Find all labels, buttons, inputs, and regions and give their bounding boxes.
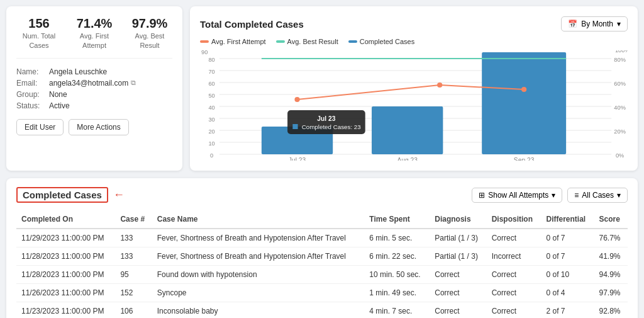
status-label: Status: [16,101,49,110]
svg-rect-36 [292,124,297,129]
col-diagnosis: Diagnosis [430,210,486,229]
chart-header: Total Completed Cases 📅 By Month ▾ [200,16,628,31]
chart-area: 0 10 20 30 40 50 60 70 80 90 0% 20% 40% … [200,50,628,161]
show-attempts-button[interactable]: ⊞ Show All Attempts ▾ [472,188,562,203]
chevron-cases-icon: ▾ [617,191,621,200]
table-row: 11/28/2023 11:00:00 PM95Found down with … [16,266,628,284]
user-name-row: Name: Angela Leuschke [16,67,172,76]
bottom-section: Completed Cases ← ⊞ Show All Attempts ▾ … [6,178,638,318]
user-actions: Edit User More Actions [16,119,172,135]
group-label: Group: [16,90,49,99]
chevron-down-icon: ▾ [617,20,621,28]
bottom-actions: ⊞ Show All Attempts ▾ ≡ All Cases ▾ [472,188,628,203]
bottom-header: Completed Cases ← ⊞ Show All Attempts ▾ … [16,187,628,203]
calendar-icon: 📅 [568,20,577,28]
arrow-icon: ← [113,188,125,202]
legend-completed-cases-label: Completed Cases [360,38,414,45]
svg-point-28 [294,97,299,102]
svg-text:Completed Cases: 23: Completed Cases: 23 [302,123,361,130]
legend-best-result: Avg. Best Result [276,38,338,45]
table-header-row: Completed On Case # Case Name Time Spent… [16,210,628,229]
col-score: Score [594,210,628,229]
col-differential: Differential [541,210,594,229]
stat-total-cases-value: 156 [16,16,62,31]
table-row: 11/23/2023 11:00:00 PM106Inconsolable ba… [16,302,628,319]
svg-text:20: 20 [208,128,214,135]
svg-text:0: 0 [210,152,213,159]
svg-rect-34 [287,110,365,134]
email-value: angela34@hotmail.com [49,79,128,88]
svg-text:80%: 80% [614,57,626,63]
svg-text:60%: 60% [614,81,626,87]
table-row: 11/28/2023 11:00:00 PM133Fever, Shortnes… [16,247,628,266]
chart-svg: 0 10 20 30 40 50 60 70 80 90 0% 20% 40% … [200,50,628,161]
col-case-num: Case # [115,210,152,229]
legend-first-attempt-label: Avg. First Attempt [211,38,266,45]
svg-text:40%: 40% [614,105,626,111]
stat-best-result-value: 97.9% [127,16,172,31]
user-group-row: Group: None [16,90,172,99]
stats-row: 156 Num. TotalCases 71.4% Avg. FirstAtte… [16,16,172,59]
svg-text:Jul 23: Jul 23 [317,115,336,122]
more-actions-button[interactable]: More Actions [69,119,128,135]
email-value-container: angela34@hotmail.com ⧉ [49,79,136,88]
all-cases-label: All Cases [582,191,614,200]
edit-user-button[interactable]: Edit User [16,119,64,135]
stat-first-attempt-value: 71.4% [72,16,117,31]
status-value: Active [49,101,70,110]
svg-text:90: 90 [201,50,208,55]
stat-total-cases-label: Num. TotalCases [23,32,55,49]
svg-rect-27 [482,52,566,154]
email-label: Email: [16,79,49,88]
user-card: 156 Num. TotalCases 71.4% Avg. FirstAtte… [6,6,182,171]
show-attempts-label: Show All Attempts [488,191,548,200]
legend-first-attempt: Avg. First Attempt [200,38,266,45]
by-month-button[interactable]: 📅 By Month ▾ [561,16,628,31]
copy-icon[interactable]: ⧉ [131,79,136,87]
svg-text:10: 10 [208,140,214,147]
user-status-row: Status: Active [16,101,172,110]
stat-first-attempt-label: Avg. FirstAttempt [80,32,109,49]
filter-icon: ≡ [574,191,579,200]
svg-text:0%: 0% [616,152,624,159]
chart-legend: Avg. First Attempt Avg. Best Result Comp… [200,38,628,45]
legend-dot-teal [276,40,285,43]
name-label: Name: [16,67,49,76]
svg-text:Jul 23: Jul 23 [289,157,306,161]
user-info: Name: Angela Leuschke Email: angela34@ho… [16,67,172,110]
legend-best-result-label: Avg. Best Result [287,38,338,45]
svg-text:Aug 23: Aug 23 [397,157,418,161]
col-time-spent: Time Spent [364,210,430,229]
svg-text:30: 30 [208,116,214,123]
table-header: Completed On Case # Case Name Time Spent… [16,210,628,229]
all-cases-button[interactable]: ≡ All Cases ▾ [567,188,628,203]
legend-completed-cases: Completed Cases [348,38,414,45]
chart-title: Total Completed Cases [200,19,304,30]
svg-text:80: 80 [208,57,214,63]
svg-text:Sep 23: Sep 23 [514,157,535,161]
svg-text:70: 70 [208,69,214,75]
legend-dot-orange [200,40,209,43]
cases-table: Completed On Case # Case Name Time Spent… [16,210,628,318]
chart-card: Total Completed Cases 📅 By Month ▾ Avg. … [190,6,638,171]
stat-best-result: 97.9% Avg. BestResult [127,16,172,50]
stat-best-result-label: Avg. BestResult [135,32,165,49]
stat-first-attempt: 71.4% Avg. FirstAttempt [72,16,117,50]
completed-cases-title: Completed Cases [16,187,108,203]
svg-point-30 [521,87,526,92]
svg-text:40: 40 [208,105,214,111]
stat-total-cases: 156 Num. TotalCases [16,16,62,50]
user-email-row: Email: angela34@hotmail.com ⧉ [16,79,172,88]
table-row: 11/29/2023 11:00:00 PM133Fever, Shortnes… [16,229,628,247]
group-value: None [49,90,67,99]
svg-text:100%: 100% [615,50,628,54]
cases-tbody: 11/29/2023 11:00:00 PM133Fever, Shortnes… [16,229,628,318]
col-case-name: Case Name [152,210,365,229]
svg-point-29 [437,82,442,88]
chevron-attempts-icon: ▾ [552,191,555,200]
svg-rect-26 [372,106,443,154]
svg-text:50: 50 [208,93,214,99]
name-value: Angela Leuschke [49,67,107,76]
svg-text:60: 60 [208,81,214,87]
svg-text:20%: 20% [614,128,626,135]
